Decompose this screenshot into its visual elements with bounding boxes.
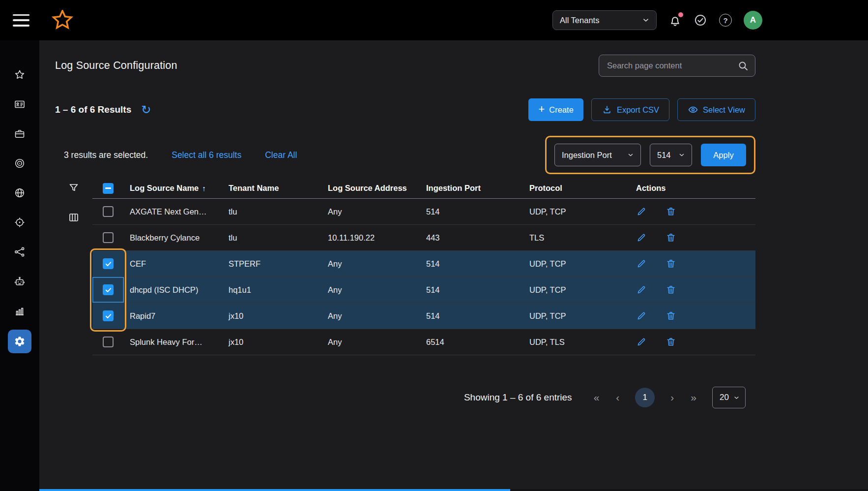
app-logo (51, 10, 74, 31)
id-card-icon (14, 98, 26, 110)
sidebar-item-globe[interactable] (8, 182, 31, 204)
refresh-button[interactable]: ↻ (141, 104, 151, 116)
columns-button[interactable] (68, 212, 92, 223)
table-row[interactable]: Rapid7 jx10 Any 514 UDP, TCP (92, 303, 755, 329)
scrollbar-thumb[interactable] (39, 489, 510, 491)
table-row[interactable]: AXGATE Next Gen… tlu Any 514 UDP, TCP (92, 199, 755, 225)
row-checkbox-cell[interactable] (92, 251, 124, 276)
delete-button[interactable] (665, 284, 676, 295)
page-size-select[interactable]: 20 (712, 387, 746, 408)
previous-page-button[interactable]: ‹ (615, 392, 620, 403)
clear-all-link[interactable]: Clear All (265, 150, 297, 160)
log-source-address-cell: Any (322, 311, 420, 321)
table-row[interactable]: Blackberry Cylance tlu 10.11.190.22 443 … (92, 225, 755, 251)
tasks-button[interactable] (694, 13, 707, 27)
delete-button[interactable] (665, 206, 676, 217)
sidebar-item-disc[interactable] (8, 153, 31, 174)
column-header-actions: Actions (624, 184, 755, 193)
current-page-indicator[interactable]: 1 (635, 388, 655, 407)
row-checkbox-cell[interactable] (92, 277, 124, 303)
sidebar-item-star[interactable] (8, 64, 31, 86)
sidebar-item-crosshair[interactable] (8, 212, 31, 233)
edit-button[interactable] (636, 337, 647, 347)
log-source-address-cell: Any (322, 338, 420, 347)
select-view-button[interactable]: Select View (677, 98, 755, 121)
sidebar-item-settings[interactable] (8, 330, 31, 353)
search-input[interactable] (606, 61, 733, 71)
column-header-ingestion-port[interactable]: Ingestion Port (420, 184, 523, 193)
row-checkbox[interactable] (103, 337, 114, 347)
tenant-selector[interactable]: All Tenants (552, 10, 657, 30)
protocol-cell: UDP, TCP (523, 259, 624, 269)
apply-button[interactable]: Apply (701, 144, 746, 166)
topbar: All Tenants ? A (0, 0, 868, 40)
sidebar-item-network[interactable] (8, 241, 31, 263)
column-header-log-source-name[interactable]: Log Source Name↑ (124, 184, 223, 193)
table-body: AXGATE Next Gen… tlu Any 514 UDP, TCP Bl… (92, 199, 755, 355)
delete-button[interactable] (665, 232, 676, 243)
delete-button[interactable] (665, 310, 676, 321)
edit-button[interactable] (636, 206, 647, 217)
edit-icon (636, 284, 647, 295)
globe-icon (14, 187, 26, 199)
avatar[interactable]: A (744, 11, 762, 30)
column-header-tenant-name[interactable]: Tenant Name (223, 184, 322, 193)
log-source-name-cell: dhcpd (ISC DHCP) (124, 285, 223, 295)
edit-button[interactable] (636, 258, 647, 269)
crosshair-icon (14, 216, 26, 228)
bulk-value: 514 (657, 151, 671, 160)
sidebar-item-robot[interactable] (8, 271, 31, 292)
header-checkbox-cell[interactable] (92, 178, 124, 198)
edit-button[interactable] (636, 232, 647, 243)
row-checkbox[interactable] (103, 258, 114, 269)
row-checkbox[interactable] (103, 284, 114, 295)
tenant-name-cell: tlu (223, 233, 322, 243)
last-page-button[interactable]: » (690, 392, 697, 403)
log-source-name-cell: Blackberry Cylance (124, 233, 223, 243)
select-all-link[interactable]: Select all 6 results (172, 150, 241, 160)
row-checkbox-cell[interactable] (92, 303, 124, 329)
columns-icon (68, 212, 80, 223)
select-view-label: Select View (703, 105, 745, 115)
row-checkbox[interactable] (103, 310, 114, 321)
bulk-value-select[interactable]: 514 (650, 144, 692, 166)
column-header-log-source-address[interactable]: Log Source Address (322, 184, 420, 193)
sidebar-item-id-card[interactable] (8, 93, 31, 115)
help-button[interactable]: ? (719, 14, 732, 27)
search-icon[interactable] (737, 60, 749, 74)
sidebar-item-briefcase[interactable] (8, 123, 31, 145)
filter-button[interactable] (68, 182, 92, 194)
row-checkbox-cell[interactable] (92, 225, 124, 250)
first-page-button[interactable]: « (593, 392, 601, 403)
notifications-button[interactable] (668, 14, 682, 27)
column-header-protocol[interactable]: Protocol (523, 184, 624, 193)
tenant-name-cell: jx10 (223, 311, 322, 321)
bulk-field-select[interactable]: Ingestion Port (554, 144, 641, 166)
delete-button[interactable] (665, 258, 676, 269)
table-row[interactable]: CEF STPERF Any 514 UDP, TCP (92, 251, 755, 277)
row-checkbox[interactable] (103, 206, 114, 217)
edit-button[interactable] (636, 310, 647, 321)
table-row[interactable]: Splunk Heavy For… jx10 Any 6514 UDP, TLS (92, 329, 755, 355)
table-tools (55, 178, 92, 355)
delete-button[interactable] (665, 337, 676, 347)
briefcase-icon (14, 128, 26, 140)
row-checkbox[interactable] (103, 232, 114, 243)
star-icon (14, 69, 26, 81)
hamburger-menu-button[interactable] (13, 14, 29, 27)
next-page-button[interactable]: › (669, 392, 675, 403)
log-source-name-cell: AXGATE Next Gen… (124, 207, 223, 216)
sidebar-item-bar-chart[interactable] (8, 300, 31, 322)
edit-button[interactable] (636, 284, 647, 295)
page-size-value: 20 (720, 393, 729, 402)
create-button[interactable]: + Create (528, 98, 583, 121)
select-all-checkbox[interactable] (103, 183, 114, 194)
eye-icon (688, 104, 698, 115)
table-row[interactable]: dhcpd (ISC DHCP) hq1u1 Any 514 UDP, TCP (92, 277, 755, 303)
export-csv-button[interactable]: Export CSV (591, 98, 669, 121)
sort-asc-icon[interactable]: ↑ (202, 184, 206, 192)
row-checkbox-cell[interactable] (92, 329, 124, 355)
horizontal-scrollbar[interactable] (39, 489, 868, 491)
row-checkbox-cell[interactable] (92, 199, 124, 224)
main-content: Log Source Configuration 1 – 6 of 6 Resu… (39, 40, 868, 491)
